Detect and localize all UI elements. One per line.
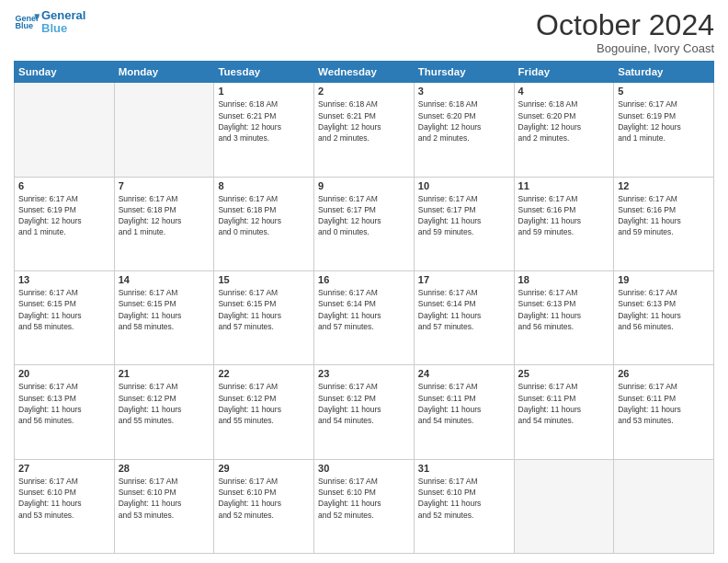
day-number: 29 [218, 463, 310, 474]
calendar-week-row-2: 6Sunrise: 6:17 AM Sunset: 6:19 PM Daylig… [15, 177, 714, 270]
calendar-cell: 10Sunrise: 6:17 AM Sunset: 6:17 PM Dayli… [414, 177, 514, 270]
day-number: 15 [218, 274, 310, 285]
calendar-cell: 28Sunrise: 6:17 AM Sunset: 6:10 PM Dayli… [114, 459, 214, 553]
calendar-cell: 22Sunrise: 6:17 AM Sunset: 6:12 PM Dayli… [214, 365, 314, 459]
calendar-cell: 3Sunrise: 6:18 AM Sunset: 6:20 PM Daylig… [414, 83, 514, 177]
day-number: 4 [518, 86, 610, 97]
calendar-cell: 26Sunrise: 6:17 AM Sunset: 6:11 PM Dayli… [614, 365, 714, 459]
calendar-cell: 15Sunrise: 6:17 AM Sunset: 6:15 PM Dayli… [214, 270, 314, 364]
calendar-week-row-4: 20Sunrise: 6:17 AM Sunset: 6:13 PM Dayli… [15, 365, 714, 459]
day-info: Sunrise: 6:18 AM Sunset: 6:21 PM Dayligh… [318, 98, 410, 144]
day-number: 30 [318, 463, 410, 474]
day-info: Sunrise: 6:17 AM Sunset: 6:14 PM Dayligh… [318, 287, 410, 332]
logo: General Blue GeneralBlue [14, 9, 85, 36]
calendar-cell: 23Sunrise: 6:17 AM Sunset: 6:12 PM Dayli… [314, 365, 415, 459]
calendar-cell: 13Sunrise: 6:17 AM Sunset: 6:15 PM Dayli… [15, 270, 115, 364]
day-info: Sunrise: 6:17 AM Sunset: 6:13 PM Dayligh… [18, 381, 110, 426]
day-info: Sunrise: 6:17 AM Sunset: 6:16 PM Dayligh… [518, 193, 610, 238]
calendar-cell: 6Sunrise: 6:17 AM Sunset: 6:19 PM Daylig… [15, 177, 115, 270]
day-info: Sunrise: 6:17 AM Sunset: 6:17 PM Dayligh… [418, 193, 510, 238]
day-number: 1 [218, 86, 310, 97]
day-info: Sunrise: 6:18 AM Sunset: 6:20 PM Dayligh… [418, 98, 510, 144]
day-info: Sunrise: 6:17 AM Sunset: 6:14 PM Dayligh… [418, 287, 510, 332]
day-number: 9 [318, 180, 410, 191]
day-number: 2 [318, 86, 410, 97]
day-info: Sunrise: 6:17 AM Sunset: 6:10 PM Dayligh… [218, 476, 310, 521]
day-info: Sunrise: 6:18 AM Sunset: 6:20 PM Dayligh… [518, 98, 610, 144]
day-number: 5 [618, 86, 710, 97]
weekday-header-sunday: Sunday [15, 62, 115, 83]
day-number: 16 [318, 274, 410, 285]
logo-icon: General Blue [14, 9, 40, 35]
calendar-cell: 9Sunrise: 6:17 AM Sunset: 6:17 PM Daylig… [314, 177, 415, 270]
day-number: 6 [18, 180, 110, 191]
day-number: 19 [618, 274, 710, 285]
calendar-cell: 31Sunrise: 6:17 AM Sunset: 6:10 PM Dayli… [414, 459, 514, 553]
calendar-cell: 7Sunrise: 6:17 AM Sunset: 6:18 PM Daylig… [114, 177, 214, 270]
calendar-cell: 5Sunrise: 6:17 AM Sunset: 6:19 PM Daylig… [614, 83, 714, 177]
day-info: Sunrise: 6:17 AM Sunset: 6:10 PM Dayligh… [18, 476, 110, 521]
day-number: 27 [18, 463, 110, 474]
calendar-cell: 24Sunrise: 6:17 AM Sunset: 6:11 PM Dayli… [414, 365, 514, 459]
day-info: Sunrise: 6:17 AM Sunset: 6:15 PM Dayligh… [18, 287, 110, 332]
svg-text:Blue: Blue [15, 21, 33, 30]
calendar-cell: 1Sunrise: 6:18 AM Sunset: 6:21 PM Daylig… [214, 83, 314, 177]
day-number: 11 [518, 180, 610, 191]
day-info: Sunrise: 6:17 AM Sunset: 6:12 PM Dayligh… [119, 381, 210, 426]
day-info: Sunrise: 6:17 AM Sunset: 6:17 PM Dayligh… [318, 193, 410, 238]
month-title: October 2024 [536, 9, 714, 41]
title-block: October 2024 Bogouine, Ivory Coast [536, 9, 714, 55]
day-number: 10 [418, 180, 510, 191]
weekday-header-row: SundayMondayTuesdayWednesdayThursdayFrid… [15, 62, 714, 83]
day-info: Sunrise: 6:17 AM Sunset: 6:11 PM Dayligh… [518, 381, 610, 426]
calendar-cell: 19Sunrise: 6:17 AM Sunset: 6:13 PM Dayli… [614, 270, 714, 364]
day-number: 18 [518, 274, 610, 285]
day-number: 23 [318, 368, 410, 379]
day-info: Sunrise: 6:17 AM Sunset: 6:13 PM Dayligh… [518, 287, 610, 332]
calendar-cell: 14Sunrise: 6:17 AM Sunset: 6:15 PM Dayli… [114, 270, 214, 364]
calendar-week-row-1: 1Sunrise: 6:18 AM Sunset: 6:21 PM Daylig… [15, 83, 714, 177]
day-number: 24 [418, 368, 510, 379]
calendar-cell: 8Sunrise: 6:17 AM Sunset: 6:18 PM Daylig… [214, 177, 314, 270]
calendar-cell: 27Sunrise: 6:17 AM Sunset: 6:10 PM Dayli… [15, 459, 115, 553]
day-info: Sunrise: 6:17 AM Sunset: 6:15 PM Dayligh… [218, 287, 310, 332]
calendar-week-row-5: 27Sunrise: 6:17 AM Sunset: 6:10 PM Dayli… [15, 459, 714, 553]
day-info: Sunrise: 6:17 AM Sunset: 6:11 PM Dayligh… [618, 381, 710, 426]
day-info: Sunrise: 6:17 AM Sunset: 6:10 PM Dayligh… [318, 476, 410, 521]
day-info: Sunrise: 6:17 AM Sunset: 6:19 PM Dayligh… [18, 193, 110, 238]
calendar-table: SundayMondayTuesdayWednesdayThursdayFrid… [14, 61, 714, 554]
weekday-header-tuesday: Tuesday [214, 62, 314, 83]
day-info: Sunrise: 6:17 AM Sunset: 6:18 PM Dayligh… [119, 193, 210, 238]
header: General Blue GeneralBlue October 2024 Bo… [14, 9, 714, 55]
weekday-header-monday: Monday [114, 62, 214, 83]
calendar-week-row-3: 13Sunrise: 6:17 AM Sunset: 6:15 PM Dayli… [15, 270, 714, 364]
day-number: 26 [618, 368, 710, 379]
calendar-cell [15, 83, 115, 177]
calendar-cell: 17Sunrise: 6:17 AM Sunset: 6:14 PM Dayli… [414, 270, 514, 364]
day-info: Sunrise: 6:17 AM Sunset: 6:19 PM Dayligh… [618, 98, 710, 144]
day-number: 20 [18, 368, 110, 379]
calendar-cell: 20Sunrise: 6:17 AM Sunset: 6:13 PM Dayli… [15, 365, 115, 459]
calendar-cell: 18Sunrise: 6:17 AM Sunset: 6:13 PM Dayli… [514, 270, 614, 364]
day-number: 17 [418, 274, 510, 285]
day-info: Sunrise: 6:17 AM Sunset: 6:15 PM Dayligh… [119, 287, 210, 332]
calendar-cell [114, 83, 214, 177]
day-number: 21 [119, 368, 210, 379]
day-number: 3 [418, 86, 510, 97]
day-number: 12 [618, 180, 710, 191]
day-info: Sunrise: 6:17 AM Sunset: 6:10 PM Dayligh… [119, 476, 210, 521]
weekday-header-thursday: Thursday [414, 62, 514, 83]
day-number: 7 [119, 180, 210, 191]
day-info: Sunrise: 6:17 AM Sunset: 6:10 PM Dayligh… [418, 476, 510, 521]
day-info: Sunrise: 6:18 AM Sunset: 6:21 PM Dayligh… [218, 98, 310, 144]
page: General Blue GeneralBlue October 2024 Bo… [0, 0, 728, 563]
calendar-cell: 2Sunrise: 6:18 AM Sunset: 6:21 PM Daylig… [314, 83, 415, 177]
weekday-header-wednesday: Wednesday [314, 62, 415, 83]
calendar-cell: 12Sunrise: 6:17 AM Sunset: 6:16 PM Dayli… [614, 177, 714, 270]
weekday-header-friday: Friday [514, 62, 614, 83]
calendar-cell: 30Sunrise: 6:17 AM Sunset: 6:10 PM Dayli… [314, 459, 415, 553]
day-info: Sunrise: 6:17 AM Sunset: 6:11 PM Dayligh… [418, 381, 510, 426]
day-info: Sunrise: 6:17 AM Sunset: 6:18 PM Dayligh… [218, 193, 310, 238]
weekday-header-saturday: Saturday [614, 62, 714, 83]
day-number: 25 [518, 368, 610, 379]
